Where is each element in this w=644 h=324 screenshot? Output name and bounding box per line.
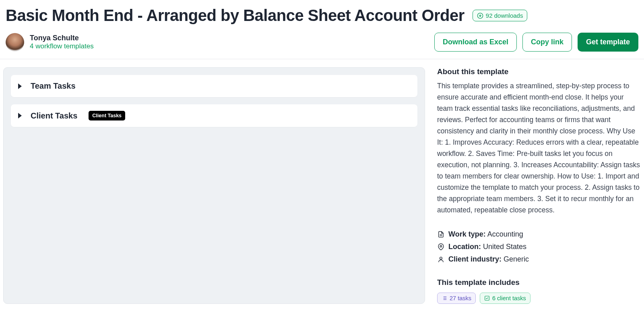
chevron-right-icon: [18, 83, 22, 89]
meta-location: Location: United States: [437, 243, 641, 251]
about-body: This template provides a streamlined, st…: [437, 80, 641, 216]
team-tasks-title: Team Tasks: [31, 81, 76, 91]
includes-heading: This template includes: [437, 278, 641, 287]
meta-client-industry: Client industry: Generic: [437, 255, 641, 264]
tasks-panel: Team Tasks Client Tasks Client Tasks: [3, 67, 425, 304]
svg-rect-11: [485, 296, 489, 301]
downloads-count: 92 downloads: [486, 12, 523, 19]
author-templates-link[interactable]: 4 workflow templates: [30, 42, 94, 50]
download-excel-button[interactable]: Download as Excel: [434, 33, 517, 52]
team-tasks-section[interactable]: Team Tasks: [11, 75, 417, 97]
chevron-right-icon: [18, 113, 22, 118]
tasks-count-pill: 27 tasks: [437, 293, 476, 304]
download-circle-icon: [477, 12, 483, 19]
check-square-icon: [484, 295, 490, 301]
svg-point-4: [440, 257, 442, 260]
author-name[interactable]: Tonya Schulte: [30, 34, 94, 42]
person-icon: [437, 256, 444, 263]
list-icon: [442, 295, 447, 301]
get-template-button[interactable]: Get template: [578, 33, 638, 52]
client-tasks-title: Client Tasks: [31, 111, 77, 120]
copy-link-button[interactable]: Copy link: [522, 33, 572, 52]
client-tasks-count-pill: 6 client tasks: [480, 293, 530, 304]
document-icon: [437, 231, 444, 238]
downloads-badge: 92 downloads: [473, 10, 528, 21]
about-heading: About this template: [437, 67, 641, 76]
client-tasks-badge: Client Tasks: [89, 111, 125, 120]
page-title: Basic Month End - Arranged by Balance Sh…: [6, 6, 464, 25]
svg-point-3: [440, 245, 442, 247]
client-tasks-section[interactable]: Client Tasks Client Tasks: [11, 104, 417, 127]
location-pin-icon: [437, 243, 444, 251]
meta-work-type: Work type: Accounting: [437, 230, 641, 239]
author-avatar[interactable]: [6, 33, 24, 52]
